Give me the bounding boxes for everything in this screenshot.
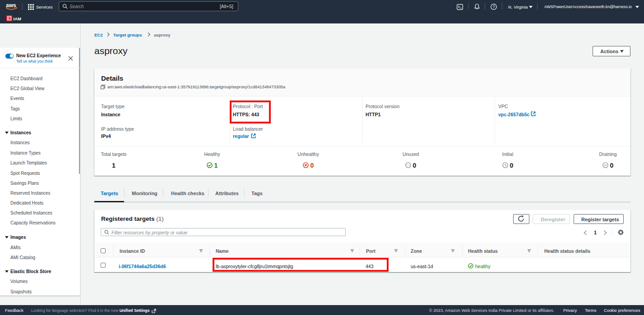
- svg-text:aws: aws: [6, 2, 16, 9]
- svg-text:?: ?: [493, 5, 495, 9]
